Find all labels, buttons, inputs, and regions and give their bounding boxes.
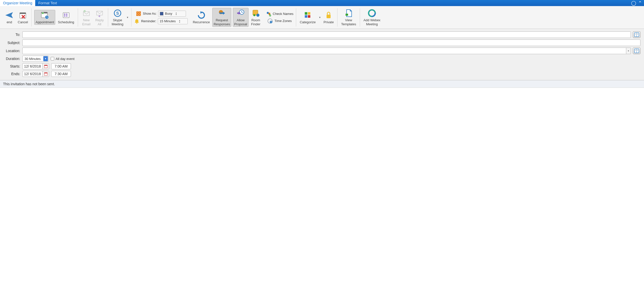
- svg-rect-10: [64, 15, 65, 16]
- duration-label: Duration:: [4, 57, 20, 61]
- starts-date-field[interactable]: 12/ 6/2018: [22, 63, 49, 69]
- show-as-icon: [136, 11, 141, 16]
- private-button[interactable]: Private: [323, 10, 335, 25]
- starts-label: Starts:: [4, 64, 20, 68]
- scheduling-button[interactable]: Scheduling: [57, 10, 75, 25]
- ends-date-field[interactable]: 12/ 6/2018: [22, 71, 49, 77]
- cancel-button[interactable]: Cancel: [17, 10, 29, 25]
- svg-text:+: +: [84, 10, 85, 12]
- subject-field[interactable]: [22, 39, 640, 46]
- room-finder-button[interactable]: Room Finder: [250, 8, 262, 27]
- allow-proposal-icon: [236, 9, 245, 18]
- starts-date-picker-button[interactable]: [42, 63, 49, 69]
- svg-rect-9: [66, 14, 67, 15]
- all-day-input[interactable]: [51, 57, 54, 60]
- check-names-button[interactable]: Check Names: [266, 11, 294, 17]
- calendar-icon: [44, 72, 48, 76]
- reply-all-button: Reply All: [94, 8, 105, 27]
- lock-icon: [324, 11, 333, 20]
- reminder-bell-icon: [134, 18, 140, 24]
- tab-format-text[interactable]: Format Text: [35, 0, 60, 6]
- ends-label: Ends:: [4, 72, 20, 76]
- svg-point-26: [268, 13, 270, 15]
- skype-dropdown-icon[interactable]: ▼: [126, 16, 129, 19]
- new-email-button: + New Email: [81, 8, 92, 27]
- starts-time-field[interactable]: 7:00 AM: [51, 63, 71, 69]
- address-book-icon: [634, 49, 639, 53]
- location-label: Location:: [4, 49, 20, 53]
- request-responses-icon: [217, 9, 226, 18]
- show-as-label: Show As:: [143, 12, 157, 15]
- templates-icon: [344, 9, 353, 18]
- appointment-icon: +: [40, 11, 49, 20]
- reply-all-icon: [95, 9, 104, 18]
- svg-rect-31: [308, 12, 310, 15]
- status-bar: This invitation has not been sent.: [0, 80, 644, 88]
- svg-point-23: [256, 14, 259, 17]
- send-icon: [5, 11, 14, 20]
- new-email-icon: +: [82, 9, 91, 18]
- svg-point-24: [253, 14, 255, 16]
- ends-time-field[interactable]: 7:30 AM: [51, 71, 71, 77]
- chevron-down-icon: ▼: [628, 50, 630, 52]
- check-names-icon: [266, 11, 271, 17]
- skype-icon: S: [113, 9, 122, 18]
- tab-bar: Organizer Meeting Format Text ◯ ⌃: [0, 0, 644, 6]
- request-responses-button[interactable]: Request Responses: [212, 8, 231, 27]
- svg-text:+: +: [42, 12, 43, 14]
- duration-select[interactable]: 30 Minutes ▼: [22, 56, 49, 62]
- meeting-form: To: Subject: Location: ▼ Duration: 30 Mi…: [0, 29, 644, 80]
- webex-icon: [367, 9, 376, 18]
- categorize-dropdown-icon[interactable]: ▼: [319, 16, 321, 19]
- svg-text:S: S: [116, 11, 119, 15]
- categorize-button[interactable]: Categorize: [299, 10, 317, 25]
- all-day-checkbox[interactable]: All day event: [51, 57, 74, 61]
- scheduling-icon: [62, 11, 71, 20]
- to-field[interactable]: [22, 31, 631, 38]
- recurrence-button[interactable]: Recurrence: [192, 10, 211, 25]
- reminder-stepper[interactable]: ▲▼: [179, 19, 181, 23]
- svg-rect-11: [66, 15, 67, 16]
- calendar-icon: [44, 65, 48, 68]
- reminder-label: Reminder:: [141, 19, 156, 23]
- room-book-button[interactable]: [633, 48, 640, 54]
- location-field[interactable]: [22, 48, 626, 54]
- to-label: To:: [4, 33, 20, 37]
- svg-rect-33: [308, 15, 310, 18]
- time-zones-icon: [267, 18, 273, 24]
- allow-proposal-button[interactable]: Allow Proposal: [233, 8, 248, 27]
- address-book-button[interactable]: [633, 31, 640, 38]
- add-webex-button[interactable]: Add Webex Meeting: [363, 8, 382, 27]
- svg-rect-1: [20, 13, 26, 14]
- tab-organizer-meeting[interactable]: Organizer Meeting: [0, 0, 35, 6]
- address-book-icon: [634, 32, 639, 37]
- cancel-cal-icon: [18, 11, 27, 20]
- duration-dropdown-icon[interactable]: ▼: [43, 56, 48, 61]
- show-as-stepper[interactable]: ▲▼: [175, 12, 177, 15]
- categorize-icon: [303, 11, 312, 20]
- svg-rect-32: [305, 15, 307, 18]
- svg-rect-30: [305, 12, 307, 15]
- skype-meeting-button[interactable]: S Skype Meeting: [111, 8, 124, 27]
- all-day-label: All day event: [56, 57, 74, 61]
- svg-rect-8: [64, 14, 65, 15]
- appointment-button[interactable]: + Appointment: [34, 10, 55, 25]
- ribbon: end Cancel + Appointment Scheduling +: [0, 6, 644, 29]
- message-body[interactable]: [0, 88, 644, 189]
- svg-point-19: [136, 23, 137, 24]
- reminder-select[interactable]: 15 Minutes ▲▼: [158, 18, 188, 24]
- send-button[interactable]: end: [4, 10, 15, 25]
- svg-rect-53: [44, 73, 47, 73]
- svg-rect-7: [63, 13, 69, 18]
- show-as-select[interactable]: Busy ▲▼: [158, 11, 186, 17]
- time-zones-button[interactable]: Time Zones: [267, 18, 292, 24]
- svg-rect-34: [327, 15, 331, 18]
- location-dropdown-button[interactable]: ▼: [626, 48, 631, 54]
- busy-swatch-icon: [160, 12, 163, 15]
- view-templates-button[interactable]: View Templates: [340, 8, 357, 27]
- collapse-ribbon-icon[interactable]: ⌃: [638, 0, 642, 6]
- room-finder-icon: [251, 9, 260, 18]
- ends-date-picker-button[interactable]: [42, 71, 49, 77]
- help-icon[interactable]: ◯: [631, 0, 636, 6]
- svg-rect-51: [44, 65, 47, 66]
